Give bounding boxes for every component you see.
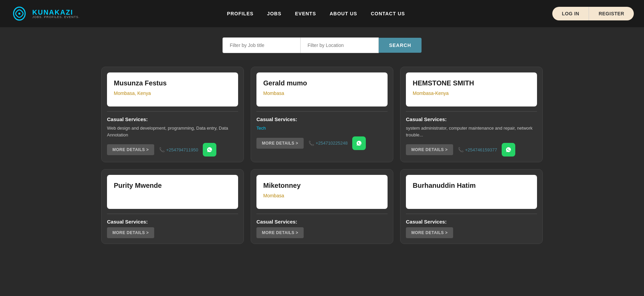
phone-icon: 📞 [159, 147, 165, 152]
nav-events[interactable]: EVENTS [295, 11, 316, 16]
search-button[interactable]: SEARCH [379, 38, 421, 53]
phone-icon: 📞 [458, 147, 464, 152]
nav-contact[interactable]: CONTACT US [371, 11, 405, 16]
search-job-input[interactable] [222, 37, 301, 53]
whatsapp-button[interactable] [352, 136, 366, 150]
whatsapp-button[interactable] [502, 143, 515, 157]
profile-name: Miketonney [263, 182, 381, 190]
more-details-button[interactable]: MORE DETAILS > [256, 227, 304, 238]
search-section: SEARCH [0, 27, 644, 60]
search-location-input[interactable] [301, 37, 379, 53]
profile-divider [107, 111, 238, 112]
more-details-button[interactable]: MORE DETAILS > [256, 138, 304, 149]
services-label: Casual Services: [107, 219, 238, 225]
nav-about[interactable]: ABOUT US [330, 11, 357, 16]
profile-name: Burhanuddin Hatim [413, 182, 530, 190]
services-label: Casual Services: [256, 219, 388, 225]
profile-card: Miketonney Mombasa Casual Services: MORE… [251, 169, 393, 244]
profile-location: Mombasa [263, 91, 381, 96]
profile-header: Purity Mwende [107, 175, 238, 209]
login-button[interactable]: LOG IN [552, 7, 589, 20]
profile-location: Mombasa [263, 193, 381, 198]
profile-header: Burhanuddin Hatim [406, 175, 537, 209]
profile-actions: MORE DETAILS >📞+254794711950 [107, 143, 238, 157]
profile-divider [107, 214, 238, 214]
profile-actions: MORE DETAILS >📞+254710225248 [256, 136, 388, 150]
services-description: Web design and development, programming,… [107, 125, 238, 138]
profile-header: HEMSTONE SMITH Mombasa-Kenya [406, 72, 537, 106]
profile-actions: MORE DETAILS >📞+254746159377 [406, 143, 537, 157]
nav-jobs[interactable]: JOBS [267, 11, 281, 16]
services-label: Casual Services: [406, 219, 537, 225]
more-details-button[interactable]: MORE DETAILS > [406, 144, 453, 155]
whatsapp-icon [355, 139, 363, 148]
phone-link[interactable]: 📞+254710225248 [308, 141, 347, 146]
profiles-grid: Musunza Festus Mombasa, Kenya Casual Ser… [84, 60, 560, 254]
profile-actions: MORE DETAILS > [406, 227, 537, 238]
profile-name: Purity Mwende [114, 182, 231, 190]
profile-location: Mombasa, Kenya [114, 91, 231, 96]
nav-profiles[interactable]: PROFILES [227, 11, 253, 16]
logo-text: KUNAKAZI JOBS. PROFILES. EVENTS. [32, 9, 80, 19]
whatsapp-icon [504, 145, 513, 154]
more-details-button[interactable]: MORE DETAILS > [107, 144, 154, 155]
profile-actions: MORE DETAILS > [107, 227, 238, 238]
whatsapp-icon [205, 145, 214, 154]
phone-link[interactable]: 📞+254794711950 [159, 147, 198, 152]
profile-card: HEMSTONE SMITH Mombasa-Kenya Casual Serv… [400, 67, 543, 162]
brand-tagline: JOBS. PROFILES. EVENTS. [32, 16, 80, 19]
profile-divider [406, 111, 537, 112]
logo-icon [10, 4, 29, 23]
phone-link[interactable]: 📞+254746159377 [458, 147, 497, 152]
profile-name: Musunza Festus [114, 79, 231, 87]
profile-actions: MORE DETAILS > [256, 227, 388, 238]
services-label: Casual Services: [256, 116, 388, 122]
profile-header: Gerald mumo Mombasa [256, 72, 388, 106]
profile-card: Gerald mumo Mombasa Casual Services: Tec… [251, 67, 393, 162]
services-description: Tech [256, 125, 388, 132]
phone-icon: 📞 [308, 141, 314, 146]
profile-divider [256, 111, 388, 112]
whatsapp-button[interactable] [203, 143, 216, 157]
profile-card: Purity Mwende Casual Services: MORE DETA… [101, 169, 244, 244]
profile-card: Burhanuddin Hatim Casual Services: MORE … [400, 169, 543, 244]
logo: KUNAKAZI JOBS. PROFILES. EVENTS. [10, 4, 80, 23]
profile-name: Gerald mumo [263, 79, 381, 87]
profile-header: Miketonney Mombasa [256, 175, 388, 209]
services-label: Casual Services: [107, 116, 238, 122]
navbar-actions: LOG IN REGISTER [552, 7, 634, 20]
svg-point-1 [18, 13, 20, 15]
profile-header: Musunza Festus Mombasa, Kenya [107, 72, 238, 106]
nav-links: PROFILES JOBS EVENTS ABOUT US CONTACT US [227, 11, 405, 17]
profile-divider [256, 214, 388, 214]
more-details-button[interactable]: MORE DETAILS > [107, 227, 154, 238]
navbar: KUNAKAZI JOBS. PROFILES. EVENTS. PROFILE… [0, 0, 644, 27]
profile-card: Musunza Festus Mombasa, Kenya Casual Ser… [101, 67, 244, 162]
brand-name: KUNAKAZI [32, 9, 80, 16]
profile-location: Mombasa-Kenya [413, 91, 530, 96]
profile-divider [406, 214, 537, 214]
profile-name: HEMSTONE SMITH [413, 79, 530, 87]
services-description: system administrator, computer maintenan… [406, 125, 537, 138]
services-label: Casual Services: [406, 116, 537, 122]
more-details-button[interactable]: MORE DETAILS > [406, 227, 453, 238]
register-button[interactable]: REGISTER [589, 7, 634, 20]
